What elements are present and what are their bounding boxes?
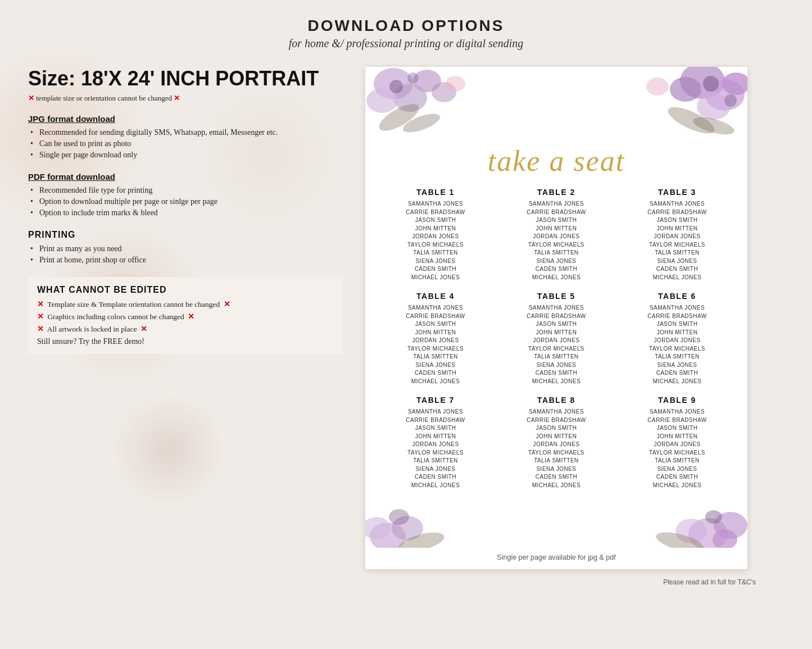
guest-item: TAYLOR MICHAELS (498, 345, 614, 353)
warning-x-right: ✕ (174, 94, 180, 102)
svg-point-17 (703, 76, 719, 92)
free-demo-text: Still unsure? Try the FREE demo! (37, 337, 334, 346)
guest-item: JOHN MITTEN (619, 225, 735, 233)
red-x-3r: ✕ (140, 325, 147, 333)
guest-item: SIENA JONES (619, 257, 735, 266)
header-subtitle: for home &/ professional printing or dig… (28, 37, 784, 50)
red-x-1r: ✕ (224, 300, 230, 308)
guest-item: TAYLOR MICHAELS (378, 345, 493, 353)
table-block-1: TABLE 1SAMANTHA JONESCARRIE BRADSHAWJASO… (376, 185, 495, 284)
guest-item: CARRIE BRADSHAW (378, 208, 493, 217)
guest-item: JORDAN JONES (498, 337, 614, 345)
guest-item: JOHN MITTEN (619, 433, 735, 441)
printing-title: PRINTING (28, 230, 343, 240)
guest-item: JASON SMITH (619, 320, 735, 329)
table-name-8: TABLE 8 (498, 396, 614, 405)
red-x-1: ✕ (37, 300, 44, 308)
guest-item: JORDAN JONES (378, 337, 493, 345)
guest-item: SAMANTHA JONES (619, 408, 735, 416)
guest-item: TALIA SMITTEN (619, 249, 735, 257)
script-title: take a seat (365, 140, 747, 185)
guest-item: CARRIE BRADSHAW (498, 416, 614, 425)
guest-item: SAMANTHA JONES (378, 200, 493, 208)
guest-list-7: SAMANTHA JONESCARRIE BRADSHAWJASON SMITH… (378, 408, 493, 489)
guest-list-5: SAMANTHA JONESCARRIE BRADSHAWJASON SMITH… (498, 304, 614, 385)
jpg-bullet-3: Single per page download only (30, 151, 343, 160)
table-block-8: TABLE 8SAMANTHA JONESCARRIE BRADSHAWJASO… (497, 393, 615, 492)
guest-item: CADEN SMITH (378, 369, 493, 378)
guest-list-2: SAMANTHA JONESCARRIE BRADSHAWJASON SMITH… (498, 200, 614, 282)
svg-point-31 (705, 510, 722, 524)
table-block-4: TABLE 4SAMANTHA JONESCARRIE BRADSHAWJASO… (376, 289, 495, 388)
warning-x-left: ✕ (28, 94, 34, 102)
guest-item: CARRIE BRADSHAW (619, 312, 735, 321)
guest-list-1: SAMANTHA JONESCARRIE BRADSHAWJASON SMITH… (378, 200, 493, 282)
jpg-section-title: JPG format download (28, 114, 343, 124)
guest-item: SAMANTHA JONES (378, 304, 493, 312)
guest-item: JASON SMITH (619, 424, 735, 433)
guest-item: SAMANTHA JONES (378, 408, 493, 416)
page-title: DOWNLOAD OPTIONS (28, 17, 784, 35)
table-name-2: TABLE 2 (498, 188, 614, 197)
guest-item: SIENA JONES (378, 257, 493, 266)
guest-item: TAYLOR MICHAELS (378, 241, 493, 249)
guest-item: JORDAN JONES (378, 233, 493, 241)
guest-item: SIENA JONES (498, 361, 614, 370)
guest-item: TAYLOR MICHAELS (498, 241, 614, 249)
guest-item: TAYLOR MICHAELS (378, 449, 493, 457)
guest-item: JOHN MITTEN (619, 329, 735, 337)
guest-item: TALIA SMITTEN (498, 353, 614, 361)
guest-item: TALIA SMITTEN (619, 353, 735, 361)
guest-item: MICHAEL JONES (619, 482, 735, 490)
guest-item: SIENA JONES (619, 465, 735, 474)
guest-item: CARRIE BRADSHAW (378, 416, 493, 425)
guest-item: CADEN SMITH (378, 473, 493, 482)
guest-item: JORDAN JONES (619, 441, 735, 449)
guest-item: JOHN MITTEN (378, 433, 493, 441)
guest-item: JOHN MITTEN (498, 329, 614, 337)
guest-item: CARRIE BRADSHAW (378, 312, 493, 321)
red-x-2r: ✕ (188, 312, 194, 321)
printing-bullet-list: Print as many as you need Print at home,… (28, 244, 343, 265)
seating-card: take a seat TABLE 1SAMANTHA JONESCARRIE … (365, 67, 747, 569)
guest-item: MICHAEL JONES (498, 378, 614, 386)
main-content: Size: 18'X 24' INCH PORTRAIT ✕ template … (28, 67, 784, 569)
guest-item: MICHAEL JONES (498, 482, 614, 490)
guest-item: SIENA JONES (378, 465, 493, 474)
jpg-bullet-2: Can be used to print as photo (30, 139, 343, 148)
jpg-bullet-list: Recommended for sending digitally SMS, W… (28, 128, 343, 160)
template-warning: ✕ template size or orientation cannot be… (28, 94, 343, 103)
guest-item: SIENA JONES (378, 361, 493, 370)
guest-item: CARRIE BRADSHAW (619, 416, 735, 425)
guest-list-9: SAMANTHA JONESCARRIE BRADSHAWJASON SMITH… (619, 408, 735, 489)
table-name-6: TABLE 6 (619, 292, 735, 301)
red-x-3: ✕ (37, 325, 44, 333)
guest-item: JASON SMITH (498, 216, 614, 225)
guest-item: TALIA SMITTEN (498, 457, 614, 465)
left-panel: Size: 18'X 24' INCH PORTRAIT ✕ template … (28, 67, 343, 354)
guest-item: TALIA SMITTEN (619, 457, 735, 465)
guest-item: JORDAN JONES (619, 337, 735, 345)
svg-point-25 (389, 509, 409, 525)
jpg-bullet-1: Recommended for sending digitally SMS, W… (30, 128, 343, 137)
guest-item: JASON SMITH (378, 424, 493, 433)
guest-item: SIENA JONES (619, 361, 735, 370)
guest-item: CADEN SMITH (378, 265, 493, 274)
right-panel: take a seat TABLE 1SAMANTHA JONESCARRIE … (365, 67, 784, 569)
cannot-edit-title: WHAT CANNOT BE EDITED (37, 285, 334, 295)
guest-item: MICHAEL JONES (378, 274, 493, 282)
guest-item: CADEN SMITH (498, 369, 614, 378)
guest-item: MICHAEL JONES (378, 482, 493, 490)
guest-item: SIENA JONES (498, 257, 614, 266)
printing-section: PRINTING Print as many as you need Print… (28, 230, 343, 265)
svg-point-15 (389, 80, 403, 93)
printing-bullet-2: Print at home, print shop or office (30, 256, 343, 265)
guest-item: MICHAEL JONES (498, 274, 614, 282)
table-name-1: TABLE 1 (378, 188, 493, 197)
svg-point-10 (697, 93, 731, 120)
guest-item: TAYLOR MICHAELS (619, 449, 735, 457)
red-x-2: ✕ (37, 312, 44, 321)
guest-item: MICHAEL JONES (619, 378, 735, 386)
table-block-6: TABLE 6SAMANTHA JONESCARRIE BRADSHAWJASO… (618, 289, 736, 388)
svg-point-16 (407, 72, 419, 84)
